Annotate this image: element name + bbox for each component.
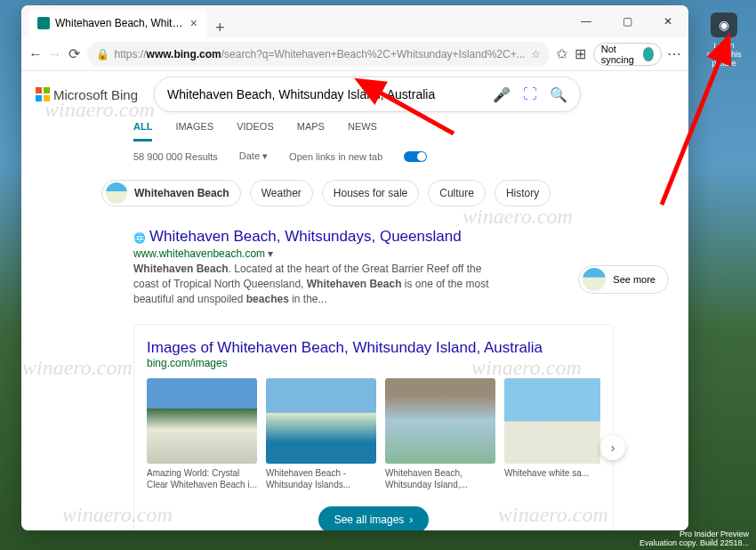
lock-icon: 🔒 <box>96 48 109 61</box>
address-bar[interactable]: 🔒 https://www.bing.com/search?q=Whitehav… <box>87 42 550 67</box>
image-thumb <box>266 378 376 464</box>
search-icons: 🎤 ⛶ 🔍 <box>493 86 567 103</box>
see-more-entity[interactable]: See more <box>578 265 669 294</box>
title-bar: Whitehaven Beach, Whitsunday × + — ▢ ✕ <box>21 5 688 37</box>
image-card[interactable]: Whitehaven Beach - Whitsunday Islands... <box>266 378 376 494</box>
forward-button[interactable]: → <box>48 41 62 68</box>
window-controls: — ▢ ✕ <box>566 7 688 36</box>
maximize-button[interactable]: ▢ <box>607 7 647 36</box>
collections-icon[interactable]: ⊞ <box>574 41 588 68</box>
favorites-icon[interactable]: ✩ <box>555 41 569 68</box>
globe-icon: 🌐 <box>133 232 146 243</box>
result-dropdown-icon[interactable]: ▾ <box>268 247 273 260</box>
logo-text: Microsoft Bing <box>53 87 138 102</box>
tab-images[interactable]: IMAGES <box>175 121 213 142</box>
newtab-toggle-label: Open links in new tab <box>289 151 382 162</box>
chip-houses[interactable]: Houses for sale <box>322 180 419 206</box>
sync-label: Not syncing <box>601 44 639 65</box>
entity-chip-main[interactable]: Whitehaven Beach <box>101 180 241 206</box>
image-thumb <box>385 378 495 464</box>
favorite-icon[interactable]: ☆ <box>531 48 541 61</box>
desktop-icon-label: Learn about this picture <box>704 41 744 68</box>
images-source: bing.com/images <box>147 357 600 369</box>
tab-news[interactable]: NEWS <box>348 121 377 142</box>
new-tab-button[interactable]: + <box>206 19 234 37</box>
back-button[interactable]: ← <box>28 41 43 68</box>
minimize-button[interactable]: — <box>566 7 607 36</box>
search-input[interactable] <box>167 87 493 101</box>
tab-maps[interactable]: MAPS <box>297 121 325 142</box>
bing-favicon <box>37 17 50 29</box>
images-section: Images of Whitehaven Beach, Whitsunday I… <box>133 324 614 530</box>
image-card[interactable]: Whitehaven Beach, Whitsunday Island,... <box>385 378 495 494</box>
browser-window: Whitehaven Beach, Whitsunday × + — ▢ ✕ ←… <box>21 5 688 530</box>
close-button[interactable]: ✕ <box>647 7 688 36</box>
url-text: https://www.bing.com/search?q=Whitehaven… <box>115 48 526 61</box>
date-filter[interactable]: Date ▾ <box>239 150 268 162</box>
lens-icon[interactable]: ⛶ <box>523 86 537 103</box>
entity-name: Whitehaven Beach <box>134 187 229 199</box>
results-meta: 58 900 000 Results Date ▾ Open links in … <box>21 142 688 171</box>
see-more-label: See more <box>613 274 655 285</box>
tab-videos[interactable]: VIDEOS <box>237 121 274 142</box>
image-thumb <box>147 378 257 464</box>
browser-tab[interactable]: Whitehaven Beach, Whitsunday × <box>28 9 206 37</box>
search-verticals: ALL IMAGES VIDEOS MAPS NEWS <box>21 112 688 142</box>
chip-history[interactable]: History <box>495 180 551 206</box>
microsoft-logo-icon <box>36 87 50 101</box>
tab-strip: Whitehaven Beach, Whitsunday × + <box>21 5 234 37</box>
camera-icon: ◉ <box>711 12 737 37</box>
chevron-right-icon: › <box>409 514 413 526</box>
profile-sync-button[interactable]: Not syncing <box>593 43 662 66</box>
learn-about-picture-button[interactable]: ◉ Learn about this picture <box>704 12 744 68</box>
see-all-images-button[interactable]: See all images › <box>318 506 430 530</box>
search-icon[interactable]: 🔍 <box>550 86 567 103</box>
result-title-link[interactable]: Whitehaven Beach, Whitsundays, Queenslan… <box>149 228 462 245</box>
result-snippet: Whitehaven Beach. Located at the heart o… <box>133 262 502 306</box>
search-box[interactable]: 🎤 ⛶ 🔍 <box>154 77 581 112</box>
images-next-button[interactable]: › <box>600 435 625 460</box>
tab-close-icon[interactable]: × <box>190 16 197 30</box>
build-watermark: Pro Insider Preview Evaluation copy. Bui… <box>639 530 749 548</box>
bing-logo[interactable]: Microsoft Bing <box>36 87 138 102</box>
image-card[interactable]: Whitehave white sa... <box>504 378 600 494</box>
results-count: 58 900 000 Results <box>133 151 218 162</box>
profile-avatar <box>643 47 654 61</box>
chip-weather[interactable]: Weather <box>250 180 313 206</box>
menu-button[interactable]: ⋯ <box>667 41 681 68</box>
refresh-button[interactable]: ⟳ <box>68 41 82 68</box>
organic-result: 🌐Whitehaven Beach, Whitsundays, Queensla… <box>21 215 502 306</box>
chip-culture[interactable]: Culture <box>428 180 486 206</box>
image-caption: Whitehaven Beach, Whitsunday Island,... <box>385 467 495 494</box>
image-card[interactable]: Amazing World: Crystal Clear Whitehaven … <box>147 378 257 494</box>
result-url: www.whitehavenbeach.com ▾ <box>133 247 502 260</box>
tab-all[interactable]: ALL <box>133 121 152 142</box>
mic-icon[interactable]: 🎤 <box>493 86 511 103</box>
bing-header: Microsoft Bing 🎤 ⛶ 🔍 <box>21 77 688 112</box>
image-row: Amazing World: Crystal Clear Whitehaven … <box>147 378 600 494</box>
entity-chips: Whitehaven Beach Weather Houses for sale… <box>21 171 688 215</box>
image-caption: Whitehaven Beach - Whitsunday Islands... <box>266 467 376 494</box>
newtab-toggle[interactable] <box>404 151 427 162</box>
tab-title: Whitehaven Beach, Whitsunday <box>55 17 185 29</box>
entity-thumb <box>106 182 127 204</box>
image-caption: Amazing World: Crystal Clear Whitehaven … <box>147 467 257 494</box>
images-heading-link[interactable]: Images of Whitehaven Beach, Whitsunday I… <box>147 339 543 356</box>
see-more-thumb <box>583 268 606 291</box>
image-caption: Whitehave white sa... <box>504 467 600 494</box>
page-content: Microsoft Bing 🎤 ⛶ 🔍 ALL IMAGES VIDEOS M… <box>21 71 688 530</box>
image-thumb <box>504 378 600 464</box>
browser-toolbar: ← → ⟳ 🔒 https://www.bing.com/search?q=Wh… <box>21 37 688 71</box>
see-all-row: See all images › <box>147 506 600 530</box>
